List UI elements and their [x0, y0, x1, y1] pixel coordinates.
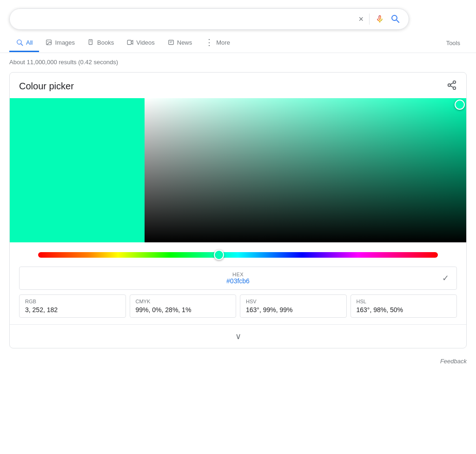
hue-slider-track [38, 252, 438, 258]
tab-books[interactable]: Books [81, 34, 120, 52]
color-modes: RGB 3, 252, 182 CMYK 99%, 0%, 28%, 1% HS… [10, 294, 466, 324]
svg-line-16 [450, 83, 453, 85]
card-title: Colour picker [19, 81, 74, 92]
hex-value[interactable]: #03fcb6 [226, 277, 250, 285]
card-header: Colour picker [10, 73, 466, 98]
tab-images-label: Images [55, 39, 75, 46]
mic-icon [375, 13, 384, 25]
hsl-label: HSL [357, 299, 451, 304]
books-tab-icon [88, 39, 94, 46]
hue-slider[interactable] [38, 251, 438, 259]
solid-color-preview [10, 98, 145, 242]
svg-line-1 [21, 44, 23, 46]
hue-slider-wrapper [10, 242, 466, 264]
tab-all[interactable]: All [9, 34, 39, 52]
cmyk-label: CMYK [136, 299, 231, 304]
clear-button[interactable]: × [358, 14, 364, 24]
tab-videos-label: Videos [136, 39, 155, 46]
tab-tools[interactable]: Tools [440, 35, 467, 51]
search-actions: × [358, 13, 401, 25]
mic-button[interactable] [375, 13, 384, 25]
color-picker-card: Colour picker HEX #03fcb [9, 72, 467, 348]
tab-more-label: More [216, 39, 230, 46]
hex-label: HEX [232, 272, 244, 277]
more-icon: ⋮ [205, 38, 213, 47]
nav-tabs-left: All Images Books Videos [9, 33, 237, 53]
cmyk-box[interactable]: CMYK 99%, 0%, 28%, 1% [130, 294, 237, 318]
search-bar: hex color picker × [9, 8, 409, 30]
all-tab-icon [16, 39, 23, 46]
svg-rect-9 [169, 40, 174, 44]
gradient-picker[interactable] [145, 98, 466, 242]
news-tab-icon [168, 39, 174, 46]
rgb-label: RGB [25, 299, 120, 304]
hsv-value: 163°, 99%, 99% [246, 306, 341, 314]
tab-news[interactable]: News [161, 34, 199, 52]
divider [369, 13, 370, 25]
hex-input-wrapper: HEX #03fcb6 ✓ [10, 264, 466, 294]
share-icon [447, 80, 457, 90]
hsl-box[interactable]: HSL 163°, 98%, 50% [350, 294, 457, 318]
checkmark-icon: ✓ [442, 273, 449, 283]
expand-button[interactable]: ∨ [235, 331, 241, 341]
rgb-box[interactable]: RGB 3, 252, 182 [19, 294, 126, 318]
videos-tab-icon [127, 39, 133, 46]
tab-news-label: News [177, 39, 192, 46]
search-input[interactable]: hex color picker [17, 15, 354, 23]
images-tab-icon [46, 39, 52, 46]
tab-images[interactable]: Images [39, 34, 81, 52]
expand-button-wrapper: ∨ [10, 324, 466, 348]
tab-videos[interactable]: Videos [120, 34, 161, 52]
svg-rect-4 [89, 40, 92, 45]
search-icon [390, 13, 401, 25]
svg-rect-7 [127, 40, 131, 44]
search-bar-wrapper: hex color picker × [0, 0, 476, 30]
rgb-value: 3, 252, 182 [25, 306, 120, 314]
svg-line-15 [450, 86, 453, 87]
picker-thumb[interactable] [455, 100, 465, 110]
tab-more[interactable]: ⋮ More [198, 33, 237, 53]
hex-field[interactable]: HEX #03fcb6 ✓ [19, 267, 457, 290]
hue-thumb[interactable] [214, 250, 224, 260]
gradient-black-overlay [145, 98, 466, 242]
hsl-value: 163°, 98%, 50% [357, 306, 451, 314]
tab-all-label: All [26, 39, 33, 46]
hsv-box[interactable]: HSV 163°, 99%, 99% [240, 294, 347, 318]
svg-point-3 [48, 41, 49, 42]
feedback[interactable]: Feedback [0, 352, 476, 370]
cmyk-value: 99%, 0%, 28%, 1% [136, 306, 231, 314]
results-count: About 11,000,000 results (0.42 seconds) [0, 53, 476, 68]
nav-tabs: All Images Books Videos [0, 30, 476, 53]
picker-area[interactable] [10, 98, 466, 242]
tab-books-label: Books [97, 39, 114, 46]
hsv-label: HSV [246, 299, 341, 304]
share-button[interactable] [447, 80, 457, 93]
search-button[interactable] [390, 13, 401, 25]
